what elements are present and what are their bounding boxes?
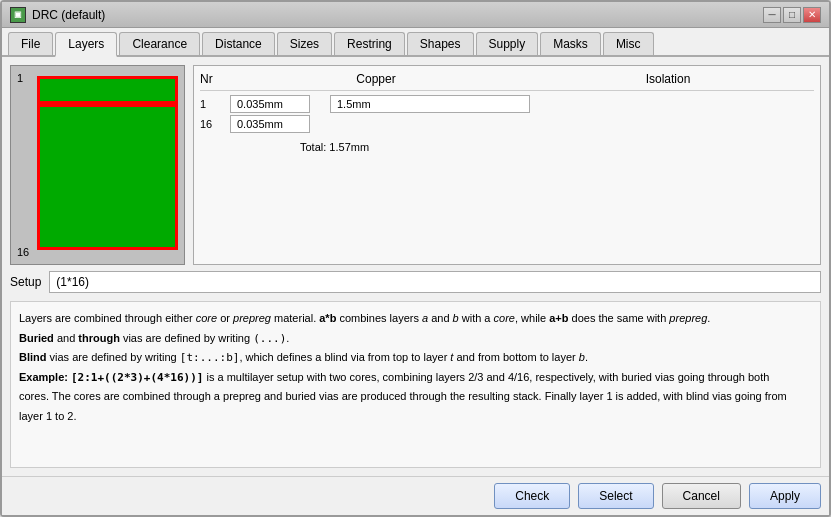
tab-file[interactable]: File [8,32,53,55]
row1-nr: 1 [200,98,230,110]
tab-restring[interactable]: Restring [334,32,405,55]
main-window: ▣ DRC (default) ─ □ ✕ File Layers Cleara… [0,0,831,517]
row1-isolation[interactable]: 1.5mm [330,95,530,113]
main-panel: 1 16 Nr Copper Isolation 1 0.035mm [10,65,821,265]
total-value: 1.57mm [329,141,369,153]
content-area: 1 16 Nr Copper Isolation 1 0.035mm [2,57,829,476]
tab-misc[interactable]: Misc [603,32,654,55]
setup-label: Setup [10,275,41,289]
total-row: Total: 1.57mm [200,141,814,153]
maximize-button[interactable]: □ [783,7,801,23]
header-nr: Nr [200,72,230,86]
title-bar: ▣ DRC (default) ─ □ ✕ [2,2,829,28]
tab-supply[interactable]: Supply [476,32,539,55]
tab-shapes[interactable]: Shapes [407,32,474,55]
info-line6: layer 1 to 2. [19,408,812,426]
row2-copper[interactable]: 0.035mm [230,115,310,133]
tab-clearance[interactable]: Clearance [119,32,200,55]
layer-visual: 1 16 [10,65,185,265]
layer-table-panel: Nr Copper Isolation 1 0.035mm 1.5mm 16 0… [193,65,821,265]
table-row-2: 16 0.035mm [200,115,814,133]
apply-button[interactable]: Apply [749,483,821,509]
cancel-button[interactable]: Cancel [662,483,741,509]
tab-masks[interactable]: Masks [540,32,601,55]
title-bar-left: ▣ DRC (default) [10,7,105,23]
window-title: DRC (default) [32,8,105,22]
app-icon: ▣ [10,7,26,23]
tab-bar: File Layers Clearance Distance Sizes Res… [2,28,829,57]
setup-row: Setup [10,271,821,293]
info-line1: Layers are combined through either core … [19,310,812,328]
window-controls: ─ □ ✕ [763,7,821,23]
info-line3: Blind vias are defined by writing [t:...… [19,349,812,367]
layer-number-bottom: 16 [17,246,29,258]
total-label: Total: [300,141,326,153]
tab-sizes[interactable]: Sizes [277,32,332,55]
minimize-button[interactable]: ─ [763,7,781,23]
info-section: Layers are combined through either core … [10,301,821,468]
header-isolation: Isolation [522,72,814,86]
table-row-1: 1 0.035mm 1.5mm [200,95,814,113]
bottom-bar: Check Select Cancel Apply [2,476,829,515]
layer-number-top: 1 [17,72,23,84]
table-header: Nr Copper Isolation [200,72,814,91]
tab-distance[interactable]: Distance [202,32,275,55]
layer-main-block [37,104,178,250]
layer-top-block [37,76,178,104]
info-line2: Buried and through vias are defined by w… [19,330,812,348]
row1-copper[interactable]: 0.035mm [230,95,310,113]
select-button[interactable]: Select [578,483,653,509]
header-copper: Copper [230,72,522,86]
setup-input[interactable] [49,271,821,293]
info-line5: cores. The cores are combined through a … [19,388,812,406]
row2-nr: 16 [200,118,230,130]
close-button[interactable]: ✕ [803,7,821,23]
layer-visual-inner: 1 16 [15,70,180,260]
tab-layers[interactable]: Layers [55,32,117,57]
info-line4: Example: [2:1+((2*3)+(4*16))] is a multi… [19,369,812,387]
check-button[interactable]: Check [494,483,570,509]
